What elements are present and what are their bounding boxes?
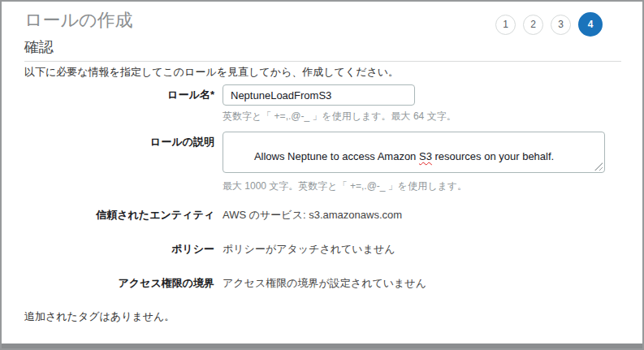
role-name-label: ロール名* [24,84,214,106]
trusted-entities-label: 信頼されたエンティティ [24,209,214,222]
section-title-review: 確認 [24,37,621,62]
role-description-textarea[interactable]: Allows Neptune to access Amazon S3 resou… [223,132,605,173]
trusted-entities-value: AWS のサービス: s3.amazonaws.com [223,209,402,222]
page-content: ロールの作成 1 2 3 4 確認 以下に必要な情報を指定してこのロールを見直し… [2,2,642,323]
review-intro-text: 以下に必要な情報を指定してこのロールを見直してから、作成してください。 [24,66,621,79]
wizard-step-indicator: 1 2 3 4 [495,12,603,37]
permissions-boundary-label: アクセス権限の境界 [24,277,214,290]
role-description-row: ロールの説明 Allows Neptune to access Amazon S… [24,132,621,173]
role-name-input[interactable] [223,84,415,106]
role-name-help-text: 英数字と「 +=,.@-_ 」を使用します。最大 64 文字。 [223,110,621,122]
role-name-row: ロール名* [24,84,621,106]
permissions-boundary-row: アクセス権限の境界 アクセス権限の境界が設定されていません [24,277,621,290]
step-4-indicator-active[interactable]: 4 [578,12,603,37]
role-description-help-text: 最大 1000 文字。英数字と「 +=,.@-_ 」を使用します。 [223,180,621,192]
trusted-entities-row: 信頼されたエンティティ AWS のサービス: s3.amazonaws.com [24,209,621,222]
tags-empty-note: 追加されたタグはありません。 [24,310,621,323]
footer-bar [2,344,642,348]
policies-value: ポリシーがアタッチされていません [223,243,395,256]
step-3-indicator[interactable]: 3 [551,15,571,35]
policies-label: ポリシー [24,243,214,256]
policies-row: ポリシー ポリシーがアタッチされていません [24,243,621,256]
role-description-label: ロールの説明 [24,132,214,149]
description-misspelled-word: S3 [419,150,432,162]
description-text-after: resources on your behalf. [432,150,554,162]
create-role-page: ロールの作成 1 2 3 4 確認 以下に必要な情報を指定してこのロールを見直し… [0,0,644,350]
permissions-boundary-value: アクセス権限の境界が設定されていません [223,277,426,290]
step-2-indicator[interactable]: 2 [523,15,543,35]
description-text: Allows Neptune to access Amazon [254,150,419,162]
step-1-indicator[interactable]: 1 [495,15,516,35]
